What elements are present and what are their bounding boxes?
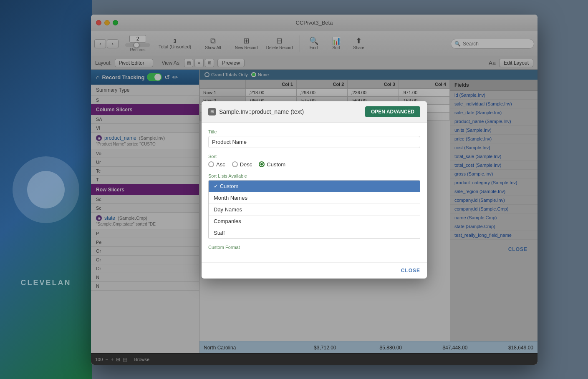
sort-field-label: Sort xyxy=(208,154,420,159)
sort-list-companies[interactable]: Companies xyxy=(209,216,420,227)
modal-title: ⊞ Sample.Inv::product_name (text) xyxy=(208,108,304,115)
title-input[interactable] xyxy=(208,136,420,148)
modal-header: ⊞ Sample.Inv::product_name (text) OPEN A… xyxy=(202,101,427,123)
sort-list-day-label: Day Names xyxy=(214,206,242,213)
modal-title-text: Sample.Inv::product_name (text) xyxy=(219,108,304,115)
sort-custom-option[interactable]: Custom xyxy=(259,161,285,168)
sort-custom-label: Custom xyxy=(267,161,285,168)
sort-lists-label: Sort Lists Available xyxy=(208,173,420,178)
database-icon: ⊞ xyxy=(208,108,216,115)
sort-list-custom-label: Custom xyxy=(220,183,239,189)
sort-list-month-names[interactable]: Month Names xyxy=(209,192,420,204)
open-advanced-button[interactable]: OPEN ADVANCED xyxy=(365,106,420,117)
sort-asc-option[interactable]: Asc xyxy=(208,161,225,168)
sort-asc-label: Asc xyxy=(216,161,225,168)
modal-body: Title Sort Asc Desc xyxy=(202,123,427,262)
sort-desc-label: Desc xyxy=(240,161,252,168)
sort-desc-radio[interactable] xyxy=(232,161,238,167)
sort-desc-option[interactable]: Desc xyxy=(232,161,252,168)
custom-format-group: Custom Format xyxy=(208,245,420,250)
modal-close-button[interactable]: CLOSE xyxy=(401,268,420,274)
sort-lists-group: Sort Lists Available ✓ Custom Month Name… xyxy=(208,173,420,239)
modal-overlay: ⊞ Sample.Inv::product_name (text) OPEN A… xyxy=(91,15,538,365)
sort-list-staff-label: Staff xyxy=(214,230,225,236)
title-field-label: Title xyxy=(208,129,420,134)
sort-list-companies-label: Companies xyxy=(214,218,241,224)
checkmark-icon: ✓ xyxy=(214,183,220,189)
sort-list-container: ✓ Custom Month Names Day Names Companies xyxy=(208,180,420,239)
title-form-group: Title xyxy=(208,129,420,148)
sort-list-staff[interactable]: Staff xyxy=(209,227,420,238)
sort-group: Sort Asc Desc Custom xyxy=(208,154,420,168)
sort-list-month-label: Month Names xyxy=(214,195,247,201)
sort-custom-radio[interactable] xyxy=(259,161,265,167)
sort-radios: Asc Desc Custom xyxy=(208,161,420,168)
logo-text: CLEVELAN xyxy=(20,279,71,287)
modal-dialog: ⊞ Sample.Inv::product_name (text) OPEN A… xyxy=(202,101,427,279)
custom-format-label: Custom Format xyxy=(208,245,420,250)
sort-list-custom[interactable]: ✓ Custom xyxy=(209,181,420,192)
modal-footer: CLOSE xyxy=(202,262,427,279)
sort-list-day-names[interactable]: Day Names xyxy=(209,204,420,216)
logo-inner xyxy=(27,171,65,208)
main-window: CCPivot3_Beta ‹ › 2 Records 3 Total (Uns… xyxy=(91,15,538,365)
background-logo: CLEVELAN xyxy=(0,0,92,379)
sort-asc-radio[interactable] xyxy=(208,161,214,167)
